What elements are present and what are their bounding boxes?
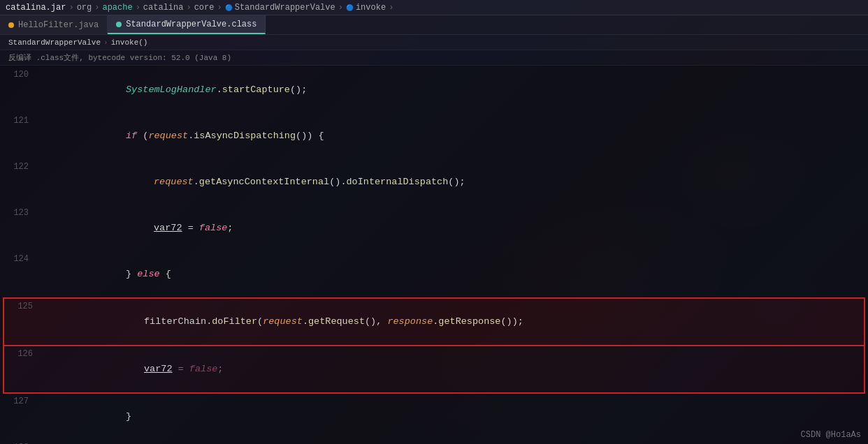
segment-apache: apache [102, 3, 132, 13]
table-row: 125 filterChain.doFilter(request.getRequ… [3, 297, 865, 346]
table-row: 128 finally { [0, 440, 868, 444]
tab-hello-filter-label: HelloFilter.java [18, 20, 99, 30]
watermark: CSDN @Ho1aAs [801, 430, 861, 440]
line-content: var72 = false; [38, 205, 868, 251]
editor-wrapper: catalina.jar › org › apache › catalina ›… [0, 0, 868, 444]
table-row: 124 } else { [0, 251, 868, 297]
tab-hello-filter[interactable]: HelloFilter.java [0, 15, 108, 34]
info-bar-text: 反编译 .class文件, bytecode version: 52.0 (Ja… [8, 52, 231, 63]
segment-core: core [194, 3, 215, 13]
breadcrumb-bar: StandardWrapperValve › invoke() [0, 35, 868, 50]
line-content: var72 = false; [43, 346, 864, 392]
line-number: 120 [0, 67, 38, 82]
info-bar: 反编译 .class文件, bytecode version: 52.0 (Ja… [0, 50, 868, 66]
segment-org: org [77, 3, 92, 13]
table-row: 126 var72 = false; [3, 346, 865, 394]
tab-dot-orange [8, 22, 14, 28]
segment-catalina: catalina [143, 3, 184, 13]
segment-method: invoke [346, 3, 386, 13]
line-content: finally { [38, 440, 868, 444]
tab-standard-wrapper-valve[interactable]: StandardWrapperValve.class [108, 15, 266, 34]
line-content: filterChain.doFilter(request.getRequest(… [43, 299, 864, 345]
title-bar: catalina.jar › org › apache › catalina ›… [0, 0, 868, 15]
line-content: } [38, 394, 868, 440]
breadcrumb-class: StandardWrapperValve [8, 38, 101, 47]
segment-class: StandardWrapperValve [225, 3, 335, 13]
line-number: 122 [0, 159, 38, 175]
line-number: 125 [4, 299, 43, 314]
line-number: 124 [0, 251, 38, 267]
line-number: 121 [0, 113, 38, 128]
tab-dot-blue [116, 22, 122, 27]
tab-bar: HelloFilter.java StandardWrapperValve.cl… [0, 15, 868, 35]
line-content: } else { [38, 251, 868, 297]
line-number: 126 [4, 346, 43, 362]
line-number: 123 [0, 205, 38, 221]
line-content: if (request.isAsyncDispatching()) { [38, 113, 868, 159]
tab-standard-wrapper-valve-label: StandardWrapperValve.class [126, 20, 256, 29]
table-row: 120 SystemLogHandler.startCapture(); [0, 67, 868, 113]
jar-name: catalina.jar [6, 3, 66, 13]
line-content: SystemLogHandler.startCapture(); [38, 67, 868, 113]
table-row: 127 } [0, 394, 868, 440]
code-area: 120 SystemLogHandler.startCapture(); 121… [0, 66, 868, 444]
breadcrumb-method: invoke() [111, 38, 148, 47]
line-number: 128 [0, 440, 38, 444]
table-row: 121 if (request.isAsyncDispatching()) { [0, 113, 868, 159]
table-row: 122 request.getAsyncContextInternal().do… [0, 159, 868, 205]
line-number: 127 [0, 394, 38, 409]
code-lines: 120 SystemLogHandler.startCapture(); 121… [0, 66, 868, 444]
line-content: request.getAsyncContextInternal().doInte… [38, 159, 868, 205]
table-row: 123 var72 = false; [0, 205, 868, 251]
